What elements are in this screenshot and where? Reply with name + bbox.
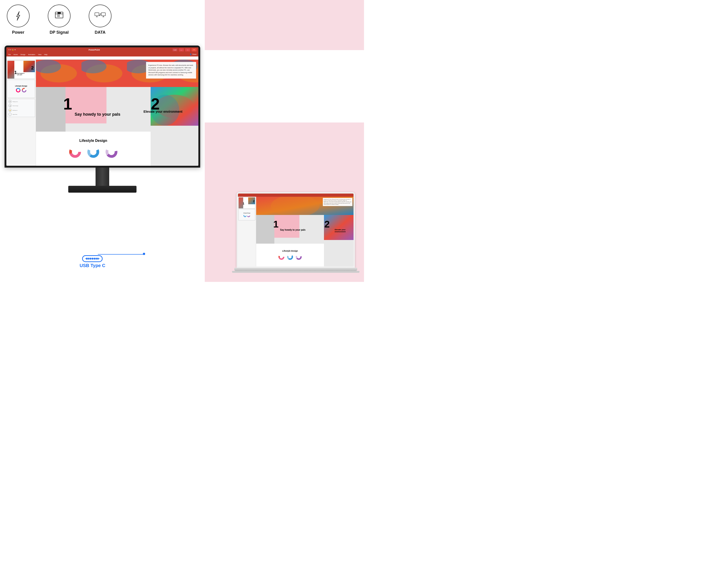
data-label: DATA [95, 30, 105, 35]
ppt-content: 1 Say howdy toyour pals 2 Lifestyle Desi… [6, 60, 198, 166]
ppt-slide-thumb-2[interactable]: Lifestyle Design [7, 80, 35, 98]
power-icon-circle [7, 5, 30, 27]
display-icon [53, 10, 65, 22]
slide-white-area: Lifestyle Design [36, 132, 151, 166]
laptop-ppt-content: 1 2 Lifestyle Design [238, 197, 354, 266]
svg-point-29 [244, 214, 246, 217]
ppt-menubar: File Home Design Animation View Help 👤 S… [6, 52, 198, 56]
icon-item-data: DATA [89, 5, 111, 35]
ppt-toolbar-icon: ⟲ ⟳ 🔒 ▼ [8, 49, 16, 51]
laptop-lifestyle-title: Lifestyle Design [282, 250, 298, 252]
bolt-icon [13, 10, 24, 22]
ppt-window-min[interactable]: — [179, 48, 184, 51]
slide-lifestyle-title: Lifestyle Design [79, 139, 107, 143]
power-label: Power [12, 30, 24, 35]
stand-base [68, 186, 137, 193]
usb-section: USB Type C [80, 255, 105, 268]
laptop-screen-inner: 1 2 Lifestyle Design [238, 193, 354, 266]
ppt-thumb-3-img: ⚙ Settings item ☁ Cloud storage 🔔 Notifi… [7, 99, 35, 117]
laptop-number-2: 2 [324, 219, 330, 229]
laptop-screen-outer: 1 2 Lifestyle Design [237, 192, 355, 268]
laptop-white-area: Lifestyle Design [256, 243, 324, 266]
usb-icon [82, 255, 103, 262]
laptop-howdy-text: Say howdy to your pals [280, 228, 306, 231]
ppt-main-slide: Experience PC-less. Browse the web, edit… [36, 60, 198, 166]
svg-point-18 [101, 62, 150, 87]
laptop-base [234, 268, 357, 271]
ppt-share-btn[interactable]: 👤 Share [190, 53, 197, 55]
ppt-window-close[interactable]: ✕ [192, 48, 197, 51]
laptop-ppt-titlebar [238, 193, 354, 197]
laptop-info: Experience PC-less. Browse the web, edit… [323, 198, 352, 206]
slide-info-box: Experience PC-less. Browse the web, edit… [146, 62, 196, 79]
monitor-container: ⟲ ⟳ 🔒 ▼ PowerPoint Login — □ ✕ File Home… [5, 46, 200, 193]
monitor-stand [5, 167, 200, 193]
ppt-thumb-1-img: 1 Say howdy toyour pals 2 [7, 61, 35, 79]
slide-donuts [68, 145, 118, 159]
ppt-sidebar: 1 Say howdy toyour pals 2 Lifestyle Desi… [6, 60, 36, 166]
ppt-slide-thumb-1[interactable]: 1 Say howdy toyour pals 2 [7, 61, 35, 79]
monitor-frame: ⟲ ⟳ 🔒 ▼ PowerPoint Login — □ ✕ File Home… [5, 46, 200, 167]
laptop-donuts [278, 253, 302, 260]
svg-rect-5 [58, 12, 61, 14]
ppt-menu-help[interactable]: Help [44, 54, 47, 55]
laptop-container: 1 2 Lifestyle Design [237, 192, 359, 273]
ppt-ribbon [6, 56, 198, 60]
ppt-menu-animation[interactable]: Animation [28, 54, 35, 55]
dp-signal-icon-circle [48, 5, 71, 27]
stand-neck [96, 167, 109, 186]
ppt-titlebar-left: ⟲ ⟳ 🔒 ▼ [8, 49, 16, 51]
usb-line [98, 254, 143, 254]
laptop-thumb-1[interactable]: 1 2 [238, 197, 255, 208]
bg-pink-top [205, 0, 364, 50]
ppt-title-center: PowerPoint [88, 49, 100, 51]
dp-signal-label: DP Signal [50, 30, 69, 35]
laptop-number-1: 1 [273, 219, 278, 229]
laptop-bottom [232, 271, 359, 273]
ppt-window-max[interactable]: □ [185, 48, 190, 51]
svg-rect-6 [95, 13, 99, 16]
ppt-menu-view[interactable]: View [38, 54, 41, 55]
slide-elevate-text: Elevate your environment [144, 110, 182, 113]
laptop-elevate-text: Elevate yourenvironment [335, 228, 346, 233]
svg-rect-9 [101, 13, 105, 16]
svg-point-32 [271, 197, 319, 215]
ppt-titlebar: ⟲ ⟳ 🔒 ▼ PowerPoint Login — □ ✕ [6, 47, 198, 52]
icons-section: Power DP Signal [7, 5, 111, 35]
icon-item-dp-signal: DP Signal [48, 5, 71, 35]
laptop-thumb-2[interactable]: Lifestyle Design [238, 209, 255, 220]
ppt-slide-thumb-3[interactable]: ⚙ Settings item ☁ Cloud storage 🔔 Notifi… [7, 99, 35, 117]
data-icon-circle [89, 5, 111, 27]
ppt-thumb-2-img: Lifestyle Design [7, 80, 35, 98]
svg-point-30 [248, 214, 250, 217]
ppt-titlebar-right: Login — □ ✕ [172, 48, 197, 51]
ppt-menu-home[interactable]: Home [13, 54, 18, 55]
laptop-sidebar: 1 2 Lifestyle Design [238, 197, 256, 266]
slide-howdy-text: Say howdy to your pals [75, 112, 120, 117]
ppt-menu-file[interactable]: File [8, 54, 11, 55]
usb-dot [143, 253, 145, 255]
laptop-main: Experience PC-less. Browse the web, edit… [256, 197, 354, 266]
ppt-login-btn[interactable]: Login [172, 48, 177, 51]
svg-point-17 [60, 60, 125, 87]
transfer-icon [94, 10, 106, 22]
monitor-screen: ⟲ ⟳ 🔒 ▼ PowerPoint Login — □ ✕ File Home… [6, 47, 198, 166]
ppt-main: Experience PC-less. Browse the web, edit… [36, 60, 198, 166]
usb-label: USB Type C [80, 263, 105, 268]
ppt-menu-design[interactable]: Design [20, 54, 25, 55]
icon-item-power: Power [7, 5, 30, 35]
slide-number-1: 1 [63, 96, 72, 112]
slide-info-text: Experience PC-less. Browse the web, edit… [148, 64, 193, 76]
